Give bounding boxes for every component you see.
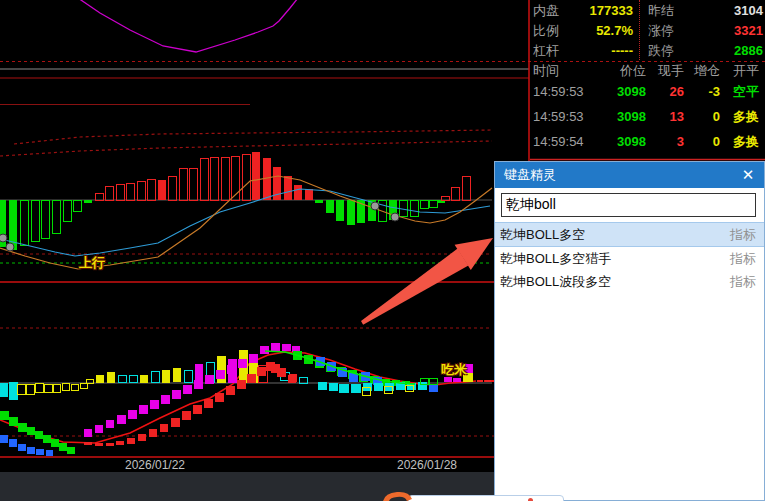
quote-row: 涨停3321 (530, 21, 765, 40)
tick-row[interactable]: 14:59:533098130多换 (530, 104, 765, 129)
tick-cell: 空平 (733, 79, 765, 104)
search-input[interactable] (501, 193, 756, 217)
tick-cell: 多换 (733, 129, 765, 154)
tick-cell: 26 (648, 79, 684, 104)
popup-titlebar[interactable]: 键盘精灵 ✕ (495, 162, 764, 188)
result-name: 乾坤BOLL多空 (500, 227, 585, 242)
app-window: 内盘177333比例52.7%杠杆-----昨结3104涨停3321跌停2886… (0, 0, 765, 501)
tick-cell: 14:59:53 (533, 79, 613, 104)
result-name: 乾坤BOLL多空猎手 (500, 251, 611, 266)
tick-table: 时间价位现手增仓开平14:59:53309826-3空平14:59:533098… (530, 63, 765, 160)
close-icon[interactable]: ✕ (740, 162, 756, 188)
tick-cell: 14:59:54 (533, 129, 613, 154)
tick-table-header: 时间价位现手增仓开平 (530, 63, 765, 79)
quote-label: 涨停 (648, 21, 674, 40)
quote-value: 3104 (685, 1, 763, 20)
result-type-badge: 指标 (730, 270, 756, 293)
tick-row[interactable]: 14:59:54309830多换 (530, 129, 765, 154)
tick-cell: 3098 (610, 104, 646, 129)
quote-panel: 内盘177333比例52.7%杠杆-----昨结3104涨停3321跌停2886 (530, 0, 765, 60)
tick-cell: 3098 (610, 129, 646, 154)
tick-cell: 3098 (610, 79, 646, 104)
tick-cell: 14:59:53 (533, 104, 613, 129)
quote-label: 跌停 (648, 41, 674, 60)
result-name: 乾坤BOLL波段多空 (500, 274, 611, 289)
quote-value: 2886 (685, 41, 763, 60)
axis-date-left: 2026/01/22 (110, 458, 200, 472)
result-type-badge: 指标 (730, 247, 756, 270)
tick-cell: -3 (684, 79, 720, 104)
tick-cell: 0 (684, 129, 720, 154)
search-result-row[interactable]: 乾坤BOLL多空猎手指标 (495, 247, 764, 270)
tick-cell: 多换 (733, 104, 765, 129)
search-results-list: 乾坤BOLL多空指标乾坤BOLL多空猎手指标乾坤BOLL波段多空指标 (495, 222, 764, 293)
keyboard-wizard-popup: 键盘精灵 ✕ 乾坤BOLL多空指标乾坤BOLL多空猎手指标乾坤BOLL波段多空指… (494, 161, 765, 501)
axis-date-right: 2026/01/28 (382, 458, 472, 472)
result-type-badge: 指标 (730, 223, 756, 246)
tick-col-header: 开平 (733, 63, 765, 79)
tick-col-header: 现手 (648, 63, 684, 79)
tick-cell: 13 (648, 104, 684, 129)
tick-col-header: 增仓 (684, 63, 720, 79)
tick-col-header: 价位 (610, 63, 646, 79)
tick-cell: 3 (648, 129, 684, 154)
quote-row: 跌停2886 (530, 41, 765, 60)
quote-value: 3321 (685, 21, 763, 40)
popup-title: 键盘精灵 (504, 167, 556, 182)
orange-arrow-fragment (381, 491, 417, 501)
tick-col-header: 时间 (533, 63, 613, 79)
quote-row: 昨结3104 (530, 1, 765, 20)
x-axis: 2026/01/22 2026/01/28 (0, 458, 494, 472)
quote-label: 昨结 (648, 1, 674, 20)
search-result-row[interactable]: 乾坤BOLL波段多空指标 (495, 270, 764, 293)
trend-up-label: 上行 (79, 254, 105, 272)
tick-cell: 0 (684, 104, 720, 129)
clipped-bottom-toolbar (408, 495, 564, 501)
tick-row[interactable]: 14:59:53309826-3空平 (530, 79, 765, 104)
quote-panel-divider (639, 0, 640, 60)
search-result-row[interactable]: 乾坤BOLL多空指标 (495, 222, 764, 247)
eat-rice-label: 吃米 (441, 361, 467, 379)
